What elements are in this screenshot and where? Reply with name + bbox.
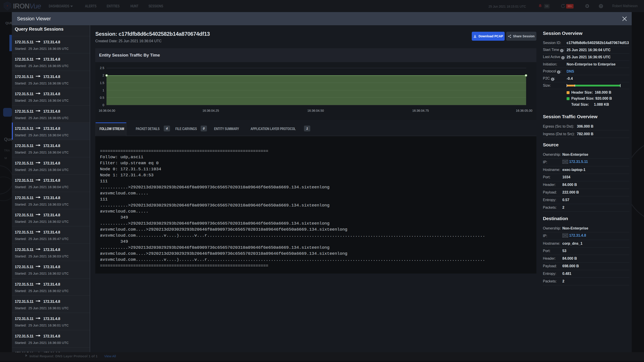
svg-text:?: ?	[600, 4, 602, 8]
